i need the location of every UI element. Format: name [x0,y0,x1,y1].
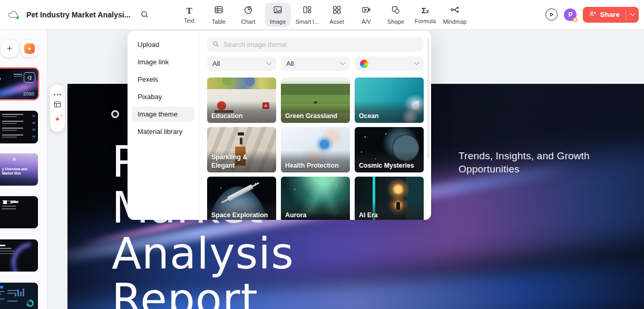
search-icon[interactable] [140,10,149,19]
theme-tile-ai-era[interactable]: AI Era [355,177,424,220]
chevron-down-icon [267,60,272,65]
sync-status-dot [16,16,19,20]
image-source-menu: Upload Image link Pexels Pixabay Image t… [128,31,199,220]
avatar-badge [573,17,578,22]
add-slide-button[interactable]: + [1,40,18,57]
theme-tile-aurora[interactable]: Aurora [281,177,350,220]
share-dropdown-caret[interactable] [626,7,639,23]
toolbar-item-asset[interactable]: Asset [324,3,350,27]
color-wheel-icon [360,60,368,68]
toc-number: 01 [32,114,35,118]
video-camera-icon [362,5,372,17]
theme-tile-space-exploration[interactable]: Space Exploration [207,177,276,220]
plus-icon: + [7,43,13,54]
toc-number: 03 [32,128,35,131]
toolbar-item-image[interactable]: Image [265,3,291,27]
image-icon [273,5,283,17]
slide-thumbnail-5[interactable] [0,239,38,272]
mindmap-icon [450,5,460,17]
theme-tile-cosmic-mysteries[interactable]: Cosmic Mysteries [355,127,424,172]
thumbnail-artwork [0,239,38,272]
thumbnail-title-fragment: stry [0,76,1,82]
toolbar-item-text[interactable]: T Text [177,3,202,27]
menu-item-material-library[interactable]: Material library [132,124,194,139]
toolbar-item-chart[interactable]: Chart [236,3,261,27]
toolbar-item-smart-layout[interactable]: Smart I... [295,3,320,27]
stat-value: 25.49 [11,200,18,204]
thumbnail-note-lines [14,74,22,78]
alphabet-block: A [262,102,269,109]
chevron-down-icon [340,60,346,65]
avatar[interactable]: P [564,8,577,21]
mini-bar-chart [15,288,24,296]
slide-thumbnail-1[interactable]: stry 2050 [0,69,38,99]
theme-tile-ocean[interactable]: Ocean [355,78,424,123]
thumbnail-artwork: 1290 850 25.49 [0,196,38,228]
theme-tile-education[interactable]: A Education [207,78,276,123]
thumbnail-year: 2050 [23,91,34,96]
formula-icon: Σx [422,6,429,16]
theme-tile-sparkling-elegant[interactable]: Sparkling & Elegant [207,127,276,172]
menu-item-pixabay[interactable]: Pixabay [132,89,194,104]
chevron-down-icon [414,60,419,65]
thumbnail-icon-dot [13,158,16,161]
ai-image-button[interactable]: ✦ [21,40,38,57]
megaphone-icon [24,72,35,83]
menu-item-image-theme[interactable]: Image theme [132,107,194,122]
toolbar-item-mindmap[interactable]: Mindmap [442,3,468,27]
slide-thumbnail-4[interactable]: 1290 850 25.49 [0,196,38,228]
theme-grid: A Education Green Grassland Ocean Sparkl… [207,78,424,220]
slide-title-line-4: Report [112,276,377,309]
slide-thumbnail-3[interactable]: y Overview and Market Size [0,153,38,186]
theme-filter-category[interactable]: All [207,56,276,71]
canvas-handle-dot[interactable] [111,110,119,118]
theme-filter-style[interactable]: All [281,56,350,71]
menu-item-image-link[interactable]: Image link [132,54,194,70]
search-icon [212,40,219,50]
share-button[interactable]: Share [583,7,639,23]
slide-subtitle[interactable]: Trends, Insights, and Growth Opportuniti… [458,149,606,176]
thumbnail-artwork [0,283,38,309]
toc-number: 04 [32,135,35,138]
theme-search-input[interactable] [223,41,418,49]
floating-tools-panel: ✦ [50,84,65,132]
toolbar-item-table[interactable]: Table [206,3,232,27]
table-icon [214,5,224,17]
share-label: Share [600,11,620,18]
image-insert-popover: Upload Image link Pexels Pixabay Image t… [128,31,431,220]
satellite-graphic [227,184,253,201]
figure-silhouette [396,202,400,210]
insert-toolbar: T Text Table Chart Image Smart I... A [177,0,468,30]
document-title[interactable]: Pet Industry Market Analysi... [26,11,131,19]
smart-layout-icon [303,5,313,17]
slide-thumbnail-6[interactable] [0,283,38,309]
thumbnail-artwork: stry 2050 [0,69,38,99]
text-icon: T [186,6,192,16]
thumbnail-text-lines [0,245,15,256]
toc-number: 02 [32,121,35,124]
thumbnail-artwork: 01 02 03 04 [0,111,38,143]
toolbar-item-av[interactable]: A/V [354,3,379,27]
mini-donut-chart [26,300,34,307]
app-window: Pet Industry Market Analysis Report Tren… [0,0,644,309]
slide-thumbnail-2[interactable]: 01 02 03 04 [0,111,38,143]
theme-tile-green-grassland[interactable]: Green Grassland [281,78,350,123]
theme-filter-color[interactable] [355,56,424,71]
theme-tile-health-protection[interactable]: Health Protection [281,127,350,172]
app-header: Pet Industry Market Analysi... T Text Ta… [0,0,644,30]
present-play-button[interactable] [545,8,558,21]
more-options-icon[interactable] [54,94,61,95]
thumbnail-caption: y Overview and Market Size [2,167,34,176]
theme-search-box[interactable] [207,37,424,52]
menu-item-upload[interactable]: Upload [132,37,194,52]
menu-item-pexels[interactable]: Pexels [132,72,194,87]
toolbar-item-shape[interactable]: Shape [383,3,409,27]
toolbar-item-formula[interactable]: Σx Formula [413,3,438,27]
slide-title-line-3: Analysis [112,230,377,276]
panel-scrollbar[interactable] [427,38,430,159]
shape-icon [391,5,401,17]
layout-panel-icon[interactable] [53,100,62,111]
share-person-icon [589,10,597,20]
thumbnail-artwork: y Overview and Market Size [0,153,38,186]
ai-sparkle-icon[interactable]: ✦ [54,115,61,123]
